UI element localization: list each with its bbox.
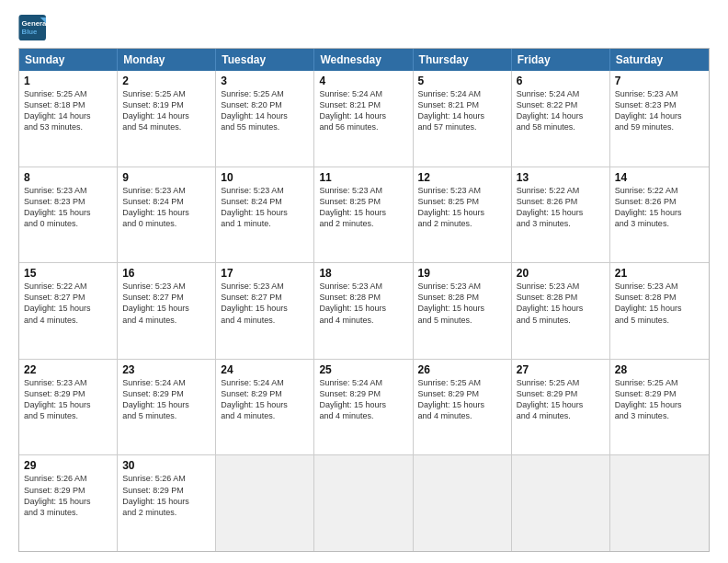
day-info-line: and 2 minutes.: [319, 218, 407, 229]
day-info-line: Sunrise: 5:25 AM: [24, 88, 112, 99]
day-info-line: and 53 minutes.: [24, 121, 112, 132]
day-info-line: Sunrise: 5:23 AM: [122, 281, 210, 292]
empty-cell: [512, 455, 610, 551]
day-info-line: Sunrise: 5:23 AM: [615, 281, 704, 292]
day-cell-1: 1Sunrise: 5:25 AMSunset: 8:18 PMDaylight…: [19, 71, 118, 167]
day-info-line: and 54 minutes.: [122, 121, 210, 132]
day-info-line: Daylight: 14 hours: [615, 110, 704, 121]
calendar-body: 1Sunrise: 5:25 AMSunset: 8:18 PMDaylight…: [19, 71, 709, 551]
day-cell-29: 29Sunrise: 5:26 AMSunset: 8:29 PMDayligh…: [19, 455, 118, 551]
day-info-line: Sunrise: 5:24 AM: [418, 88, 506, 99]
day-cell-24: 24Sunrise: 5:24 AMSunset: 8:29 PMDayligh…: [216, 360, 314, 455]
day-number: 8: [24, 171, 112, 184]
day-info-line: Daylight: 15 hours: [122, 207, 210, 218]
day-number: 3: [221, 75, 309, 87]
day-cell-15: 15Sunrise: 5:22 AMSunset: 8:27 PMDayligh…: [19, 263, 118, 359]
day-info-line: Sunrise: 5:22 AM: [24, 281, 112, 292]
calendar-row-4: 22Sunrise: 5:23 AMSunset: 8:29 PMDayligh…: [19, 360, 709, 456]
day-info-line: Sunrise: 5:23 AM: [418, 281, 506, 292]
day-info-line: Daylight: 14 hours: [319, 110, 407, 121]
day-info-line: Sunset: 8:28 PM: [615, 292, 704, 303]
day-info-line: Sunset: 8:22 PM: [517, 99, 605, 110]
day-info-line: Sunset: 8:25 PM: [418, 196, 506, 207]
day-info-line: Daylight: 15 hours: [221, 399, 309, 410]
logo: General Blue: [18, 15, 48, 40]
day-info-line: Sunrise: 5:23 AM: [122, 185, 210, 196]
day-cell-21: 21Sunrise: 5:23 AMSunset: 8:28 PMDayligh…: [610, 263, 709, 359]
day-number: 7: [615, 75, 704, 87]
day-info-line: Daylight: 15 hours: [615, 207, 704, 218]
empty-cell: [414, 455, 512, 551]
day-info-line: Sunset: 8:29 PM: [615, 388, 704, 399]
day-info-line: Sunset: 8:29 PM: [24, 485, 112, 496]
day-info-line: Daylight: 15 hours: [418, 303, 506, 314]
day-cell-12: 12Sunrise: 5:23 AMSunset: 8:25 PMDayligh…: [414, 167, 512, 263]
day-cell-9: 9Sunrise: 5:23 AMSunset: 8:24 PMDaylight…: [118, 167, 216, 263]
day-info-line: Sunset: 8:28 PM: [319, 292, 407, 303]
logo-icon: General Blue: [18, 15, 48, 40]
day-info-line: and 5 minutes.: [615, 315, 704, 326]
day-info-line: Sunrise: 5:25 AM: [122, 88, 210, 99]
day-number: 20: [517, 267, 605, 280]
day-info-line: Daylight: 15 hours: [319, 207, 407, 218]
day-number: 18: [319, 267, 407, 280]
day-number: 27: [517, 363, 605, 376]
day-info-line: Sunrise: 5:24 AM: [517, 88, 605, 99]
calendar-row-1: 1Sunrise: 5:25 AMSunset: 8:18 PMDaylight…: [19, 71, 709, 167]
day-number: 21: [615, 267, 704, 280]
weekday-header-tuesday: Tuesday: [216, 49, 314, 71]
day-info-line: Sunrise: 5:23 AM: [517, 281, 605, 292]
day-info-line: Daylight: 15 hours: [615, 303, 704, 314]
day-number: 28: [615, 363, 704, 376]
day-info-line: Daylight: 14 hours: [122, 110, 210, 121]
day-cell-27: 27Sunrise: 5:25 AMSunset: 8:29 PMDayligh…: [512, 360, 610, 455]
day-info-line: Sunset: 8:29 PM: [319, 388, 407, 399]
day-info-line: Daylight: 15 hours: [418, 207, 506, 218]
day-info-line: Sunrise: 5:22 AM: [517, 185, 605, 196]
day-number: 19: [418, 267, 506, 280]
day-cell-22: 22Sunrise: 5:23 AMSunset: 8:29 PMDayligh…: [19, 360, 118, 455]
day-info-line: and 4 minutes.: [221, 315, 309, 326]
day-info-line: Sunset: 8:25 PM: [319, 196, 407, 207]
day-info-line: and 4 minutes.: [122, 315, 210, 326]
day-info-line: Sunrise: 5:23 AM: [319, 281, 407, 292]
day-info-line: and 0 minutes.: [24, 218, 112, 229]
day-cell-28: 28Sunrise: 5:25 AMSunset: 8:29 PMDayligh…: [610, 360, 709, 455]
page: General Blue SundayMondayTuesdayWednesda…: [0, 0, 728, 563]
day-info-line: and 4 minutes.: [24, 315, 112, 326]
day-cell-16: 16Sunrise: 5:23 AMSunset: 8:27 PMDayligh…: [118, 263, 216, 359]
day-info-line: Daylight: 15 hours: [517, 207, 605, 218]
day-info-line: Daylight: 14 hours: [517, 110, 605, 121]
weekday-header-thursday: Thursday: [414, 49, 512, 71]
day-info-line: and 4 minutes.: [319, 315, 407, 326]
day-cell-11: 11Sunrise: 5:23 AMSunset: 8:25 PMDayligh…: [314, 167, 413, 263]
day-info-line: Sunset: 8:24 PM: [221, 196, 309, 207]
day-number: 9: [122, 171, 210, 184]
day-info-line: Sunrise: 5:25 AM: [221, 88, 309, 99]
empty-cell: [610, 455, 709, 551]
day-info-line: Sunset: 8:29 PM: [24, 388, 112, 399]
day-number: 15: [24, 267, 112, 280]
day-number: 6: [517, 75, 605, 87]
day-info-line: and 55 minutes.: [221, 121, 309, 132]
day-info-line: Sunrise: 5:24 AM: [122, 377, 210, 388]
day-info-line: Sunset: 8:29 PM: [418, 388, 506, 399]
day-number: 26: [418, 363, 506, 376]
day-cell-8: 8Sunrise: 5:23 AMSunset: 8:23 PMDaylight…: [19, 167, 118, 263]
calendar-row-5: 29Sunrise: 5:26 AMSunset: 8:29 PMDayligh…: [19, 455, 709, 551]
day-info-line: Sunset: 8:29 PM: [517, 388, 605, 399]
day-number: 1: [24, 75, 112, 87]
calendar-row-2: 8Sunrise: 5:23 AMSunset: 8:23 PMDaylight…: [19, 167, 709, 264]
calendar-container: SundayMondayTuesdayWednesdayThursdayFrid…: [18, 48, 710, 552]
day-info-line: Sunrise: 5:22 AM: [615, 185, 704, 196]
day-info-line: Sunset: 8:23 PM: [24, 196, 112, 207]
weekday-header-saturday: Saturday: [610, 49, 709, 71]
svg-text:Blue: Blue: [22, 28, 39, 36]
day-info-line: Sunset: 8:21 PM: [418, 99, 506, 110]
day-info-line: Sunrise: 5:23 AM: [24, 377, 112, 388]
day-info-line: Daylight: 15 hours: [319, 303, 407, 314]
day-info-line: Sunset: 8:18 PM: [24, 99, 112, 110]
day-cell-3: 3Sunrise: 5:25 AMSunset: 8:20 PMDaylight…: [216, 71, 314, 167]
day-info-line: and 59 minutes.: [615, 121, 704, 132]
day-cell-4: 4Sunrise: 5:24 AMSunset: 8:21 PMDaylight…: [314, 71, 413, 167]
